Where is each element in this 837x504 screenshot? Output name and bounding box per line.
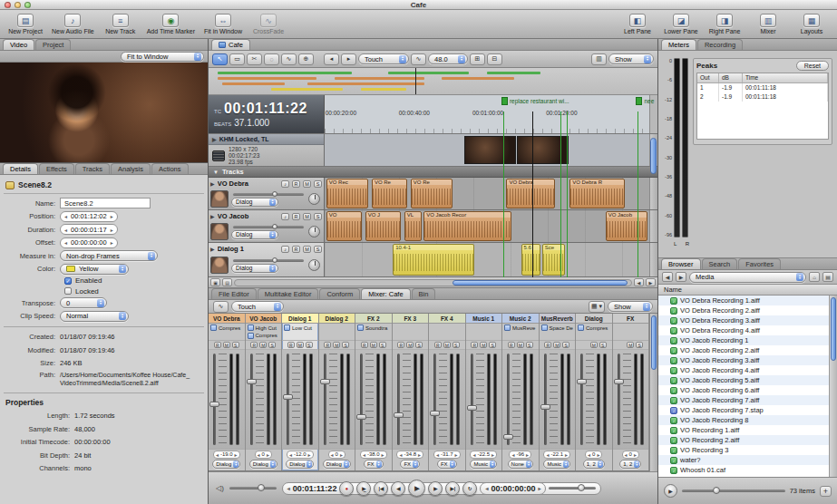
automation-icon[interactable]: ∿ — [213, 301, 229, 313]
solo-button[interactable]: S — [562, 342, 569, 348]
channel-effects[interactable] — [613, 324, 649, 341]
column-header[interactable]: Out — [697, 73, 719, 82]
mute-button[interactable]: M — [333, 342, 340, 348]
solo-button[interactable]: S — [314, 213, 322, 220]
toolbar-button[interactable]: ▤ New Project — [5, 11, 45, 37]
overview-playhead[interactable] — [415, 68, 416, 94]
tool-button[interactable]: ⊕ — [298, 53, 314, 65]
mute-button[interactable]: M — [303, 213, 311, 220]
mute-button[interactable]: M — [223, 342, 230, 348]
effect-slot[interactable]: Compres — [248, 333, 280, 340]
folder-icon[interactable]: ▤ — [822, 272, 833, 282]
solo-button[interactable]: S — [306, 342, 313, 348]
volume-fader[interactable] — [397, 354, 400, 445]
track-header[interactable]: ▶ Dialog 1 ♪RMS Dialog — [209, 243, 325, 276]
audio-clip[interactable]: 10.4-1 — [393, 244, 474, 276]
arm-icon[interactable]: ♪ — [281, 180, 289, 188]
effect-slot[interactable] — [504, 333, 537, 340]
computer-icon[interactable]: ⌂ — [809, 272, 820, 282]
transport-button[interactable]: ▶ — [408, 480, 425, 497]
mixer-channel[interactable]: Dialog Compres R M S — [576, 314, 613, 470]
solo-button[interactable]: S — [415, 342, 423, 348]
audio-clip[interactable]: VO Re — [411, 179, 453, 208]
media-location-popup[interactable]: Media — [689, 272, 806, 283]
master-envelopes-button[interactable]: ▥ — [591, 53, 607, 65]
transport-button[interactable]: ▶ — [428, 481, 443, 496]
zoom-slider[interactable] — [549, 487, 596, 489]
record-button[interactable]: R — [397, 342, 404, 348]
effect-slot[interactable]: Soundtra — [357, 325, 390, 332]
tool-button[interactable]: ▭ — [229, 53, 245, 65]
effect-slot[interactable] — [615, 325, 647, 332]
fader-handle[interactable] — [283, 394, 293, 400]
file-row[interactable]: VO Debra Recording 2.aiff — [658, 305, 837, 315]
toolbar-button[interactable]: ◉ Add Time Marker — [144, 11, 198, 37]
channel-effects[interactable] — [393, 324, 429, 341]
file-row[interactable]: Whoosh 01.caf — [658, 465, 837, 475]
link-toggle-button[interactable]: ⊟ — [487, 53, 502, 65]
toolbar-button[interactable]: ⇔ Fit in Window — [201, 11, 245, 37]
output-popup[interactable]: Music — [470, 460, 497, 469]
audio-clip[interactable]: VO Debra R — [569, 179, 625, 208]
tab[interactable]: Meters — [661, 39, 696, 50]
peak-row[interactable]: 1 -1.9 00:01:11:18 — [697, 83, 828, 92]
tab[interactable]: Details — [3, 163, 38, 174]
monitor-volume-slider[interactable] — [229, 487, 277, 489]
submix-popup[interactable]: Dialog — [231, 198, 278, 207]
tab[interactable]: Effects — [39, 163, 74, 174]
fader-handle[interactable] — [209, 402, 219, 407]
record-button[interactable]: R — [214, 342, 221, 348]
pane-toggle-button[interactable]: ▦ Layouts — [792, 11, 832, 37]
mixer-channel[interactable]: Music 1 R M S — [466, 314, 503, 470]
offset-stepper[interactable]: ◂00:00:00:00▸ — [60, 237, 118, 248]
effect-slot[interactable] — [468, 333, 501, 340]
fader-handle[interactable] — [356, 414, 366, 420]
track-lane[interactable]: VOVO JVLVO Jacob RecorVO Jacob — [325, 210, 649, 242]
fader-handle[interactable] — [503, 434, 513, 440]
solo-button[interactable]: S — [379, 342, 386, 348]
solo-button[interactable]: S — [599, 342, 607, 348]
video-zoom-popup[interactable]: Fit to Window — [121, 52, 204, 62]
volume-slider[interactable] — [233, 259, 304, 262]
add-favorite-button[interactable]: + — [820, 486, 832, 497]
zoom-in-icon[interactable]: ▤ — [222, 278, 232, 286]
volume-fader[interactable] — [324, 354, 326, 445]
transpose-popup[interactable]: 0 — [60, 297, 107, 308]
volume-fader[interactable] — [471, 354, 473, 445]
fader-handle[interactable] — [467, 405, 477, 411]
record-button[interactable]: R — [292, 246, 300, 253]
output-popup[interactable]: Dialog — [323, 460, 351, 469]
output-popup[interactable]: 1, 2 — [619, 460, 641, 469]
effect-slot[interactable]: Space De — [541, 325, 574, 332]
record-button[interactable]: R — [361, 342, 368, 348]
tab[interactable]: Bin — [412, 288, 436, 299]
submix-popup[interactable]: Dialog — [231, 230, 278, 239]
transport-button[interactable]: ↻ — [462, 481, 477, 496]
column-header[interactable]: Time — [743, 73, 828, 82]
fader-handle[interactable] — [577, 379, 587, 384]
tracks-vscrollbar[interactable] — [649, 134, 657, 166]
volume-fader[interactable] — [213, 354, 216, 445]
video-track-header[interactable]: ▶KHM Locked, TL 1280 x 720 00:02:17:23 2… — [209, 134, 325, 166]
channel-effects[interactable] — [466, 324, 502, 341]
output-popup[interactable]: Music — [543, 460, 570, 469]
tab[interactable]: Analysis — [111, 163, 151, 174]
output-popup[interactable]: FX — [364, 460, 384, 469]
disclosure-triangle-icon[interactable]: ▶ — [212, 136, 217, 142]
automation-mode-popup[interactable]: Touch — [358, 53, 409, 64]
channel-effects[interactable] — [319, 324, 355, 341]
channel-effects[interactable] — [429, 324, 465, 341]
mixer-channel[interactable]: Music 2 MusReve R M S — [502, 314, 540, 470]
tab[interactable]: Actions — [151, 163, 189, 174]
channel-effects[interactable]: High Cut Compres — [246, 324, 282, 341]
effect-slot[interactable] — [321, 333, 354, 340]
audio-clip[interactable]: VO J — [365, 211, 401, 241]
file-row[interactable]: VO Debra Recording 3.aiff — [658, 315, 837, 325]
volume-slider[interactable] — [233, 193, 304, 196]
transport-button[interactable]: ▶| — [445, 481, 460, 496]
channel-effects[interactable]: Low Cut — [282, 324, 318, 341]
toolbar-button[interactable]: ♪ New Audio File — [49, 11, 97, 37]
record-button[interactable]: R — [508, 342, 515, 348]
audio-clip[interactable]: VO Re — [372, 179, 407, 208]
back-button[interactable]: ◀ — [662, 272, 673, 282]
